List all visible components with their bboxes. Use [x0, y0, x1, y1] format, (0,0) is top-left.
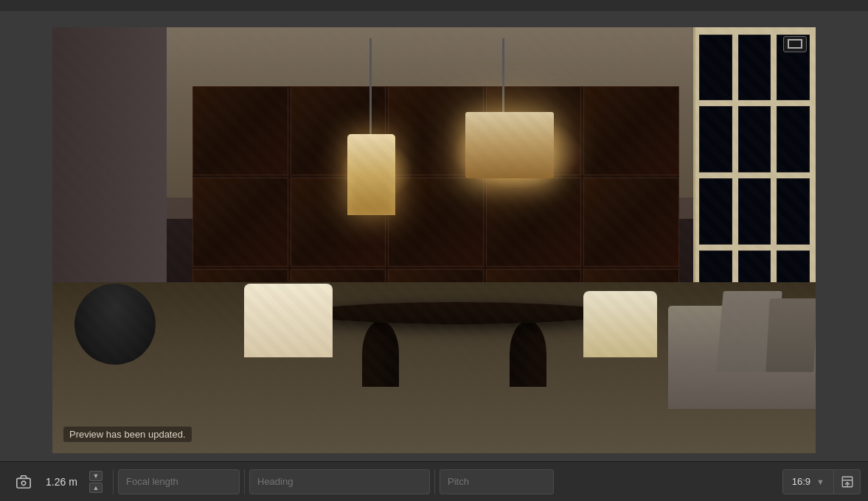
aspect-overlay-button[interactable] [783, 36, 807, 52]
camera-icon-button[interactable] [7, 462, 40, 501]
top-bar [0, 0, 868, 11]
height-arrow-down[interactable]: ▼ [89, 471, 103, 481]
bottom-toolbar: 1.26 m ▼ ▲ 16:9 ▼ [0, 461, 868, 501]
viewport-container: Preview has been updated. [52, 27, 816, 453]
svg-point-1 [21, 481, 26, 486]
height-value: 1.26 m [46, 476, 86, 488]
main-content: Preview has been updated. [0, 11, 868, 461]
camera-section: 1.26 m ▼ ▲ [7, 462, 108, 501]
height-arrow-up[interactable]: ▲ [89, 483, 103, 493]
divider-3 [434, 469, 435, 494]
aspect-ratio-button[interactable]: 16:9 ▼ [782, 469, 834, 494]
aspect-ratio-value: 16:9 [792, 476, 810, 487]
svg-rect-0 [17, 478, 30, 488]
corner-button-inner [788, 39, 802, 49]
height-control: 1.26 m ▼ ▲ [40, 462, 108, 501]
viewport-image: Preview has been updated. [52, 27, 816, 453]
export-icon [841, 475, 854, 488]
focal-length-input[interactable] [118, 469, 240, 494]
pitch-input[interactable] [440, 469, 554, 494]
camera-icon [15, 474, 32, 490]
chevron-down-icon: ▼ [816, 477, 824, 486]
wall-texture [52, 27, 816, 453]
preview-status: Preview has been updated. [63, 427, 192, 442]
divider-1 [113, 469, 114, 494]
heading-input[interactable] [249, 469, 430, 494]
height-arrows: ▼ ▲ [89, 471, 103, 493]
aspect-ratio-section: 16:9 ▼ [782, 469, 861, 494]
export-button[interactable] [834, 469, 861, 494]
divider-2 [244, 469, 245, 494]
